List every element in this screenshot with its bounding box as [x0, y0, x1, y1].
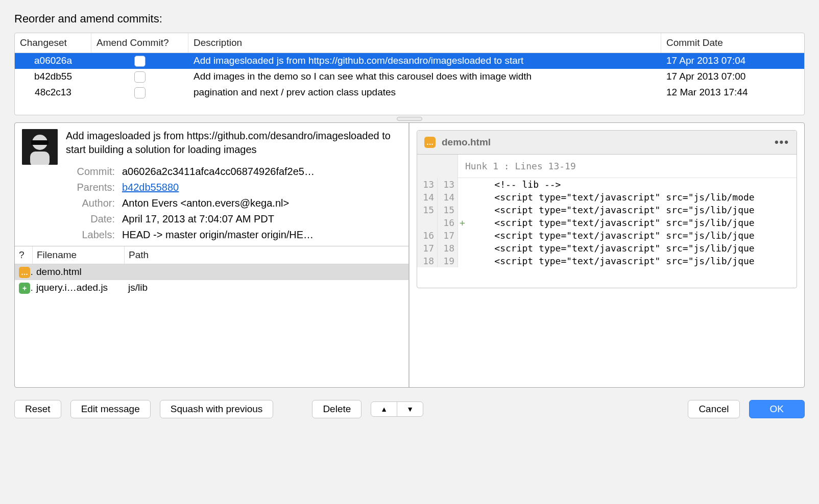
cell-description: pagination and next / prev action class …	[188, 85, 661, 100]
cell-filename: jquery.i…aded.js	[32, 280, 124, 295]
files-table: ? Filename Path …demo.html+jquery.i…aded…	[15, 246, 408, 387]
gutter-new: 17	[438, 229, 458, 242]
diff-sign	[458, 191, 469, 204]
gutter-old	[417, 216, 438, 229]
table-row[interactable]: b42db55Add images in the demo so I can s…	[15, 69, 804, 85]
modified-file-icon: …	[19, 267, 30, 278]
amend-checkbox[interactable]	[134, 56, 146, 67]
cell-filename: demo.html	[32, 264, 124, 280]
added-file-icon: +	[19, 283, 30, 294]
amend-checkbox[interactable]	[134, 71, 146, 83]
meta-commit-value: a06026a2c3411afca4cc06874926faf2e5…	[122, 166, 401, 178]
list-item[interactable]: +jquery.i…aded.jsjs/lib	[15, 280, 408, 296]
diff-panel: … demo.html ••• Hunk 1 : Lines 13-19 131…	[410, 123, 804, 387]
cell-amend	[91, 53, 188, 69]
diff-code-line: <script type="text/javascript" src="js/l…	[469, 216, 797, 229]
meta-commit-label: Commit:	[66, 166, 122, 178]
delete-button[interactable]: Delete	[312, 400, 362, 418]
meta-parents-link[interactable]: b42db55880	[122, 182, 179, 193]
diff-sign	[458, 242, 469, 255]
col-status[interactable]: ?	[15, 246, 32, 264]
diff-sign	[458, 178, 469, 191]
svg-rect-2	[31, 140, 49, 145]
table-row[interactable]: a06026aAdd imagesloaded js from https://…	[15, 53, 804, 69]
author-avatar	[22, 129, 58, 165]
cell-description: Add images in the demo so I can see what…	[188, 69, 661, 84]
commit-detail-panel: Add imagesloaded js from https://github.…	[15, 123, 410, 387]
svg-rect-3	[30, 152, 50, 165]
meta-date-label: Date:	[66, 213, 122, 225]
gutter-old: 17	[417, 242, 438, 255]
gutter-old: 16	[417, 229, 438, 242]
cell-amend	[91, 69, 188, 85]
amend-checkbox[interactable]	[134, 87, 146, 98]
reorder-buttons: ▲ ▼	[371, 401, 423, 417]
diff-sign	[458, 229, 469, 242]
gutter-old: 18	[417, 255, 438, 267]
ok-button[interactable]: OK	[749, 400, 805, 418]
diff-code-line: <!-- lib -->	[469, 178, 797, 191]
diff-code-line: <script type="text/javascript" src="js/l…	[469, 204, 797, 216]
table-row[interactable]: 48c2c13pagination and next / prev action…	[15, 85, 804, 100]
move-up-button[interactable]: ▲	[371, 402, 397, 416]
diff-sign	[458, 255, 469, 267]
diff-hunk-title: Hunk 1 : Lines 13-19	[458, 155, 797, 178]
detail-panels: Add imagesloaded js from https://github.…	[14, 122, 805, 388]
col-description[interactable]: Description	[188, 33, 661, 53]
gutter-new: 13	[438, 178, 458, 191]
gutter-new: 14	[438, 191, 458, 204]
modified-file-icon: …	[424, 137, 436, 148]
cell-changeset: 48c2c13	[15, 85, 91, 100]
diff-more-menu-icon[interactable]: •••	[775, 136, 789, 149]
reset-button[interactable]: Reset	[14, 400, 61, 418]
dialog-title: Reorder and amend commits:	[14, 12, 805, 26]
meta-author-label: Author:	[66, 197, 122, 209]
cancel-button[interactable]: Cancel	[688, 400, 739, 418]
meta-date-value: April 17, 2013 at 7:04:07 AM PDT	[122, 213, 401, 225]
commits-table-header: Changeset Amend Commit? Description Comm…	[15, 33, 804, 53]
col-changeset[interactable]: Changeset	[15, 33, 91, 53]
split-drag-handle[interactable]	[15, 115, 804, 122]
button-bar: Reset Edit message Squash with previous …	[14, 388, 805, 418]
cell-date: 17 Apr 2013 07:00	[661, 69, 804, 84]
cell-changeset: a06026a	[15, 53, 91, 68]
diff-sign: +	[458, 216, 469, 229]
files-table-header: ? Filename Path	[15, 246, 408, 264]
meta-labels-value: HEAD -> master origin/master origin/HE…	[122, 229, 401, 241]
cell-amend	[91, 85, 188, 100]
col-amend[interactable]: Amend Commit?	[91, 33, 188, 53]
commit-message: Add imagesloaded js from https://github.…	[66, 129, 401, 157]
meta-author-value: Anton Evers <anton.evers@kega.nl>	[122, 197, 401, 209]
diff-code-line: <script type="text/javascript" src="js/l…	[469, 255, 797, 267]
gutter-old: 15	[417, 204, 438, 216]
diff-code-line: <script type="text/javascript" src="js/l…	[469, 229, 797, 242]
diff-filename: demo.html	[442, 137, 491, 148]
edit-message-button[interactable]: Edit message	[70, 400, 151, 418]
cell-changeset: b42db55	[15, 69, 91, 84]
gutter-new: 18	[438, 242, 458, 255]
gutter-old: 13	[417, 178, 438, 191]
cell-path: js/lib	[124, 280, 408, 295]
col-filename[interactable]: Filename	[32, 246, 124, 264]
gutter-new: 16	[438, 216, 458, 229]
diff-sign	[458, 204, 469, 216]
move-down-button[interactable]: ▼	[397, 402, 423, 416]
cell-date: 12 Mar 2013 17:44	[661, 85, 804, 100]
diff-code-line: <script type="text/javascript" src="js/l…	[469, 191, 797, 204]
diff-code-line: <script type="text/javascript" src="js/l…	[469, 242, 797, 255]
gutter-new: 19	[438, 255, 458, 267]
cell-path	[124, 270, 408, 274]
col-path[interactable]: Path	[124, 246, 408, 264]
meta-labels-label: Labels:	[66, 229, 122, 241]
cell-date: 17 Apr 2013 07:04	[661, 53, 804, 68]
squash-button[interactable]: Squash with previous	[160, 400, 274, 418]
gutter-old: 14	[417, 191, 438, 204]
meta-parents-label: Parents:	[66, 182, 122, 193]
col-commit-date[interactable]: Commit Date	[661, 33, 804, 53]
commits-table: Changeset Amend Commit? Description Comm…	[14, 33, 805, 115]
cell-description: Add imagesloaded js from https://github.…	[188, 53, 661, 68]
gutter-new: 15	[438, 204, 458, 216]
list-item[interactable]: …demo.html	[15, 264, 408, 280]
